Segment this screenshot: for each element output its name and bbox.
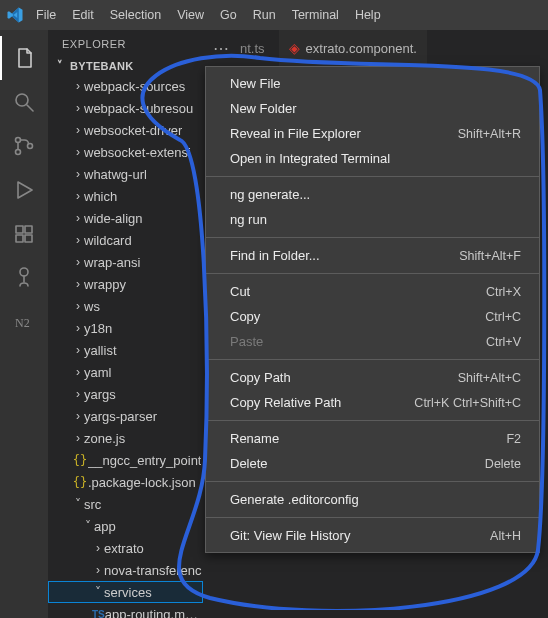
ctx-shortcut: Delete — [485, 457, 521, 471]
tree-label: y18n — [84, 321, 112, 336]
folder-whatwg-url[interactable]: ›whatwg-url — [48, 163, 203, 185]
ctx-copy-relative-path[interactable]: Copy Relative PathCtrl+K Ctrl+Shift+C — [206, 390, 539, 415]
ctx-delete[interactable]: DeleteDelete — [206, 451, 539, 476]
explorer-sidebar: EXPLORER ˅ BYTEBANK ›webpack-sources›web… — [48, 30, 203, 618]
activity-run-debug[interactable] — [0, 168, 48, 212]
folder-websocket-extensi[interactable]: ›websocket-extensi — [48, 141, 203, 163]
chevron-right-icon: › — [72, 101, 84, 115]
folder-services[interactable]: ˅services — [48, 581, 203, 603]
ctx-find-in-folder-[interactable]: Find in Folder...Shift+Alt+F — [206, 243, 539, 268]
activity-search[interactable] — [0, 80, 48, 124]
ctx-new-folder[interactable]: New Folder — [206, 96, 539, 121]
ctx-shortcut: Shift+Alt+F — [459, 249, 521, 263]
activity-source-control[interactable] — [0, 124, 48, 168]
activity-explorer[interactable] — [0, 36, 48, 80]
chevron-right-icon: › — [92, 541, 104, 555]
ctx-open-in-integrated-terminal[interactable]: Open in Integrated Terminal — [206, 146, 539, 171]
tree-label: .package-lock.json — [88, 475, 196, 490]
ctx-label: Copy — [230, 309, 260, 324]
folder-wide-align[interactable]: ›wide-align — [48, 207, 203, 229]
menu-go[interactable]: Go — [212, 4, 245, 26]
ctx-label: Cut — [230, 284, 250, 299]
ctx-rename[interactable]: RenameF2 — [206, 426, 539, 451]
chevron-right-icon: › — [72, 211, 84, 225]
folder-websocket-driver[interactable]: ›websocket-driver — [48, 119, 203, 141]
activity-tree-icon[interactable] — [0, 256, 48, 300]
activity-extensions[interactable] — [0, 212, 48, 256]
ctx-shortcut: Ctrl+K Ctrl+Shift+C — [414, 396, 521, 410]
tree-label: yargs-parser — [84, 409, 157, 424]
folder-zone-js[interactable]: ›zone.js — [48, 427, 203, 449]
folder-yaml[interactable]: ›yaml — [48, 361, 203, 383]
folder-extrato[interactable]: ›extrato — [48, 537, 203, 559]
tree-label: services — [104, 585, 152, 600]
tree-label: yargs — [84, 387, 116, 402]
context-menu-separator — [206, 176, 539, 177]
menu-edit[interactable]: Edit — [64, 4, 102, 26]
chevron-right-icon: › — [92, 563, 104, 577]
activity-n2-icon[interactable]: N2 — [0, 300, 48, 344]
folder-app[interactable]: ˅app — [48, 515, 203, 537]
folder-yargs[interactable]: ›yargs — [48, 383, 203, 405]
menu-help[interactable]: Help — [347, 4, 389, 26]
context-menu-separator — [206, 517, 539, 518]
chevron-right-icon: › — [72, 79, 84, 93]
svg-rect-6 — [16, 235, 23, 242]
tab-extrato-component[interactable]: ◈ extrato.component. — [279, 30, 427, 66]
folder-yallist[interactable]: ›yallist — [48, 339, 203, 361]
ctx-cut[interactable]: CutCtrl+X — [206, 279, 539, 304]
menu-selection[interactable]: Selection — [102, 4, 169, 26]
ctx-shortcut: Shift+Alt+C — [458, 371, 521, 385]
ctx-label: Copy Path — [230, 370, 291, 385]
ctx-copy-path[interactable]: Copy PathShift+Alt+C — [206, 365, 539, 390]
tree-label: wildcard — [84, 233, 132, 248]
folder-nova-transferenc[interactable]: ›nova-transferenc — [48, 559, 203, 581]
tree-label: yaml — [84, 365, 111, 380]
folder-src[interactable]: ˅src — [48, 493, 203, 515]
tree-label: wide-align — [84, 211, 143, 226]
folder-which[interactable]: ›which — [48, 185, 203, 207]
folder-yargs-parser[interactable]: ›yargs-parser — [48, 405, 203, 427]
folder-wildcard[interactable]: ›wildcard — [48, 229, 203, 251]
ctx-label: ng run — [230, 212, 267, 227]
ctx-shortcut: Shift+Alt+R — [458, 127, 521, 141]
ctx-new-file[interactable]: New File — [206, 71, 539, 96]
file-app-routing-module-ts[interactable]: TSapp-routing.module.ts — [48, 603, 203, 618]
ctx-label: Paste — [230, 334, 263, 349]
tree-label: extrato — [104, 541, 144, 556]
ctx-label: Rename — [230, 431, 279, 446]
tabs-overflow-button[interactable]: ⋯ — [203, 39, 240, 58]
menu-terminal[interactable]: Terminal — [284, 4, 347, 26]
menu-file[interactable]: File — [28, 4, 64, 26]
folder-webpack-sources[interactable]: ›webpack-sources — [48, 75, 203, 97]
context-menu: New FileNew FolderReveal in File Explore… — [205, 66, 540, 553]
ctx-shortcut: Ctrl+C — [485, 310, 521, 324]
file--ngcc-entry-point[interactable]: {}__ngcc_entry_point — [48, 449, 203, 471]
ctx-label: New Folder — [230, 101, 296, 116]
folder-webpack-subresou[interactable]: ›webpack-subresou — [48, 97, 203, 119]
folder-y18n[interactable]: ›y18n — [48, 317, 203, 339]
folder-ws[interactable]: ›ws — [48, 295, 203, 317]
svg-rect-4 — [16, 226, 23, 233]
ctx-reveal-in-file-explorer[interactable]: Reveal in File ExplorerShift+Alt+R — [206, 121, 539, 146]
ctx-label: Delete — [230, 456, 268, 471]
tab-label: extrato.component. — [306, 41, 417, 56]
folder-wrappy[interactable]: ›wrappy — [48, 273, 203, 295]
ctx-git-view-file-history[interactable]: Git: View File HistoryAlt+H — [206, 523, 539, 548]
ctx-paste: PasteCtrl+V — [206, 329, 539, 354]
ctx-generate-editorconfig[interactable]: Generate .editorconfig — [206, 487, 539, 512]
context-menu-separator — [206, 481, 539, 482]
tree-label: websocket-extensi — [84, 145, 191, 160]
chevron-down-icon: ˅ — [72, 497, 84, 511]
menu-view[interactable]: View — [169, 4, 212, 26]
activitybar: N2 — [0, 30, 48, 618]
menu-run[interactable]: Run — [245, 4, 284, 26]
ctx-ng-run[interactable]: ng run — [206, 207, 539, 232]
file--package-lock-json[interactable]: {}.package-lock.json — [48, 471, 203, 493]
json-icon: {} — [72, 475, 88, 489]
svg-point-8 — [20, 268, 28, 276]
ctx-ng-generate-[interactable]: ng generate... — [206, 182, 539, 207]
explorer-section-header[interactable]: ˅ BYTEBANK — [48, 56, 203, 75]
folder-wrap-ansi[interactable]: ›wrap-ansi — [48, 251, 203, 273]
ctx-copy[interactable]: CopyCtrl+C — [206, 304, 539, 329]
